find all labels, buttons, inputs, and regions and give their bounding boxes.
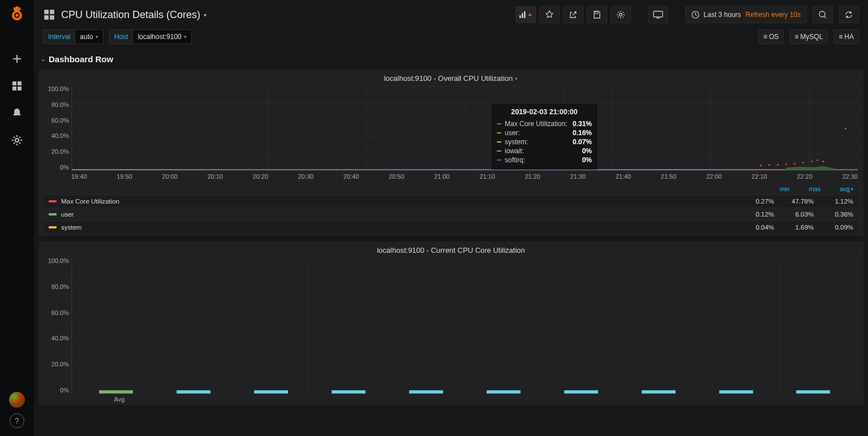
star-button[interactable] — [539, 6, 560, 23]
settings-button[interactable] — [611, 6, 631, 23]
link-os[interactable]: ≡OS — [758, 29, 784, 44]
y-tick: 100.0% — [44, 258, 71, 264]
panel-title[interactable]: localhost:9100 - Current CPU Core Utiliz… — [44, 246, 858, 258]
main-area: CPU Utilization Details (Cores) ▾ + — [34, 0, 868, 436]
svg-point-18 — [819, 11, 825, 17]
tooltip-time: 2019-02-03 21:00:00 — [497, 108, 592, 116]
var-host-value[interactable]: localhost:9100 ▾ — [133, 30, 191, 44]
legend-header: min max avg▾ — [44, 183, 858, 195]
dashboard-icon[interactable] — [43, 8, 55, 21]
chart-tooltip: 2019-02-03 21:00:00 Max Core Utilization… — [491, 103, 598, 170]
svg-rect-11 — [519, 15, 521, 18]
x-tick: 21:30 — [570, 173, 586, 180]
y-tick: 60.0% — [44, 118, 71, 124]
chevron-down-icon: ▾ — [204, 12, 207, 18]
x-tick: 20:00 — [162, 173, 178, 180]
y-tick: 20.0% — [44, 149, 71, 155]
x-tick: 21:50 — [661, 173, 677, 180]
x-tick: 21:10 — [479, 173, 495, 180]
chart-plot[interactable]: 2019-02-03 21:00:00 Max Core Utilization… — [71, 86, 858, 171]
chevron-down-icon: ⌄ — [41, 56, 45, 62]
row-title: Dashboard Row — [49, 54, 113, 64]
chart-plot[interactable] — [71, 258, 858, 394]
y-tick: 20.0% — [44, 361, 71, 368]
bar — [99, 390, 133, 394]
col-min[interactable]: min — [780, 185, 790, 192]
clock-icon — [691, 11, 699, 19]
svg-rect-8 — [50, 10, 54, 14]
nav-alerting-icon[interactable] — [6, 102, 28, 124]
x-tick: 21:20 — [525, 173, 540, 180]
svg-point-15 — [619, 14, 622, 16]
var-interval[interactable]: Interval auto ▾ — [43, 29, 104, 44]
bar — [642, 390, 676, 394]
x-tick: 20:10 — [207, 173, 223, 180]
legend-row[interactable]: system0.04%1.69%0.09% — [44, 221, 858, 234]
zoom-out-button[interactable] — [813, 6, 833, 23]
svg-rect-16 — [654, 11, 663, 17]
time-range-picker[interactable]: Last 3 hours Refresh every 10s — [685, 6, 807, 23]
top-nav: CPU Utilization Details (Cores) ▾ + — [34, 0, 868, 29]
panel-core-cpu: localhost:9100 - Current CPU Core Utiliz… — [38, 241, 863, 405]
y-tick: 60.0% — [44, 310, 71, 316]
user-avatar[interactable] — [9, 392, 25, 408]
nav-configuration-icon[interactable] — [6, 129, 28, 152]
svg-point-1 — [16, 14, 19, 17]
bar — [796, 390, 830, 394]
dashboard-title[interactable]: CPU Utilization Details (Cores) ▾ — [61, 9, 207, 21]
x-tick: 20:40 — [343, 173, 359, 180]
add-panel-button[interactable]: + — [515, 6, 536, 23]
x-tick: 20:30 — [298, 173, 314, 180]
tooltip-row: Max Core Utilization:0.31% — [497, 119, 592, 128]
var-interval-value[interactable]: auto ▾ — [75, 30, 102, 44]
svg-rect-10 — [50, 15, 54, 20]
cycle-view-button[interactable] — [648, 6, 668, 23]
share-button[interactable] — [563, 6, 583, 23]
help-icon[interactable]: ? — [10, 413, 24, 428]
nav-create-icon[interactable] — [6, 48, 28, 70]
svg-rect-5 — [18, 87, 22, 90]
x-axis: 19:4019:5020:0020:1020:2020:3020:4020:50… — [71, 171, 858, 180]
x-tick: 22:30 — [842, 173, 858, 180]
bar — [254, 390, 288, 394]
bar — [177, 390, 210, 394]
save-button[interactable] — [587, 6, 607, 23]
y-tick: 0% — [44, 387, 71, 394]
bar — [409, 390, 443, 394]
svg-rect-12 — [522, 13, 523, 18]
y-tick: 80.0% — [44, 102, 71, 108]
col-avg[interactable]: avg▾ — [840, 185, 853, 192]
x-tick: 22:10 — [751, 173, 767, 180]
refresh-button[interactable] — [839, 6, 859, 23]
link-mysql[interactable]: ≡MySQL — [789, 29, 828, 44]
tooltip-row: softirq:0% — [497, 156, 592, 165]
var-interval-label: Interval — [44, 30, 75, 44]
bar — [487, 390, 521, 394]
svg-rect-9 — [44, 15, 49, 20]
bar — [332, 390, 366, 394]
nav-dashboards-icon[interactable] — [6, 75, 28, 97]
legend-table: min max avg▾ Max Core Utilization0.27%47… — [44, 183, 858, 234]
y-tick: 40.0% — [44, 335, 71, 342]
var-host[interactable]: Host localhost:9100 ▾ — [109, 29, 192, 44]
grafana-logo[interactable] — [8, 5, 26, 23]
y-tick: 40.0% — [44, 133, 71, 139]
legend-row[interactable]: Max Core Utilization0.27%47.78%1.12% — [44, 195, 858, 208]
x-tick: 22:00 — [706, 173, 722, 180]
y-tick: 100.0% — [44, 86, 71, 92]
x-tick: 21:40 — [616, 173, 631, 180]
panel-title[interactable]: localhost:9100 - Overall CPU Utilization… — [44, 74, 858, 86]
dashboard-title-text: CPU Utilization Details (Cores) — [61, 9, 200, 21]
col-max[interactable]: max — [809, 185, 820, 192]
legend-row[interactable]: user0.12%6.03%0.36% — [44, 208, 858, 221]
row-header[interactable]: ⌄ Dashboard Row — [38, 49, 863, 70]
y-axis: 100.0%80.0%60.0%40.0%20.0%0% — [44, 86, 71, 171]
link-ha[interactable]: ≡HA — [833, 29, 859, 44]
x-tick: 20:20 — [253, 173, 269, 180]
variable-bar: Interval auto ▾ Host localhost:9100 ▾ ≡O… — [34, 29, 868, 49]
x-tick: 22:20 — [797, 173, 813, 180]
bar — [719, 390, 753, 394]
svg-rect-2 — [12, 81, 16, 85]
x-tick: 19:40 — [71, 173, 87, 180]
refresh-interval-text: Refresh every 10s — [746, 11, 801, 19]
